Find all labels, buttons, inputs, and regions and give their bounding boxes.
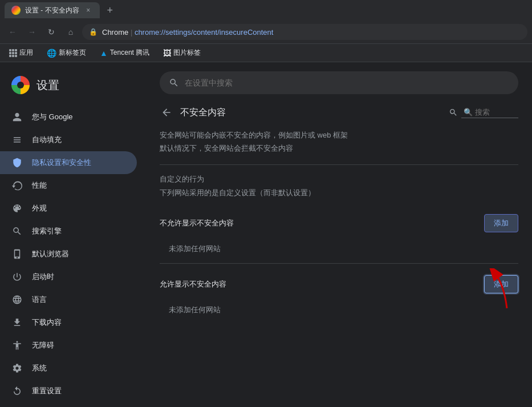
tab-bar: 设置 - 不安全内容 × + bbox=[0, 0, 532, 21]
disallow-add-button[interactable]: 添加 bbox=[484, 214, 518, 232]
description-block: 安全网站可能会内嵌不安全的内容，例如图片或 web 框架 默认情况下，安全网站会… bbox=[160, 128, 518, 155]
bookmark-tencent[interactable]: ▲ Tencent 腾讯 bbox=[95, 46, 154, 60]
custom-behavior-desc: 下列网站采用的是自定义设置（而非默认设置） bbox=[160, 188, 518, 198]
sidebar-item-startup[interactable]: 启动时 bbox=[0, 265, 137, 288]
sidebar-item-autofill[interactable]: 自动填充 bbox=[0, 128, 137, 151]
settings-search-icon bbox=[169, 78, 179, 88]
tab-close-btn[interactable]: × bbox=[84, 6, 93, 15]
settings-container: 设置 您与 Google 自动填充 隐私设置和安全性 性能 bbox=[0, 62, 532, 407]
sidebar-item-language[interactable]: 语言 bbox=[0, 288, 137, 311]
settings-logo: 设置 bbox=[0, 71, 146, 106]
address-bar[interactable]: 🔒 Chrome | chrome://settings/content/ins… bbox=[82, 24, 527, 40]
apps-grid-icon bbox=[9, 49, 17, 57]
allow-empty-text: 未添加任何网站 bbox=[160, 300, 518, 320]
person-icon bbox=[11, 111, 23, 123]
performance-icon bbox=[11, 180, 23, 191]
sidebar-item-reset-label: 重置设置 bbox=[32, 386, 62, 396]
sidebar-item-performance-label: 性能 bbox=[32, 180, 47, 191]
back-nav-btn[interactable]: ← bbox=[5, 24, 21, 40]
default-browser-icon bbox=[11, 248, 23, 260]
bookmark-tencent-icon: ▲ bbox=[100, 49, 108, 58]
language-icon bbox=[11, 294, 23, 305]
bookmarks-bar: 应用 🌐 新标签页 ▲ Tencent 腾讯 🖼 图片标签 bbox=[0, 43, 532, 62]
divider-1 bbox=[160, 164, 518, 165]
settings-search-bar[interactable] bbox=[160, 71, 518, 94]
settings-search-input[interactable] bbox=[185, 78, 509, 87]
system-icon bbox=[11, 362, 23, 374]
back-row: 不安全内容 bbox=[160, 106, 518, 119]
sidebar-item-privacy[interactable]: 隐私设置和安全性 bbox=[0, 151, 137, 174]
sidebar-item-accessibility[interactable]: 无障碍 bbox=[0, 334, 137, 357]
sidebar-item-performance[interactable]: 性能 bbox=[0, 174, 137, 197]
bookmark-images[interactable]: 🖼 图片标签 bbox=[159, 46, 205, 60]
new-tab-btn[interactable]: + bbox=[102, 2, 118, 18]
right-search-icon bbox=[449, 108, 458, 117]
bookmark-images-label: 图片标签 bbox=[173, 48, 201, 58]
sidebar-item-downloads-label: 下载内容 bbox=[32, 317, 62, 328]
disallow-empty-text: 未添加任何网站 bbox=[160, 239, 518, 259]
sidebar-item-appearance[interactable]: 外观 bbox=[0, 197, 137, 220]
bookmark-images-icon: 🖼 bbox=[163, 49, 171, 58]
back-button[interactable] bbox=[160, 106, 173, 119]
description-line2: 默认情况下，安全网站会拦截不安全内容 bbox=[160, 142, 518, 155]
bookmark-tencent-label: Tencent 腾讯 bbox=[110, 48, 149, 58]
address-bar-row: ← → ↻ ⌂ 🔒 Chrome | chrome://settings/con… bbox=[0, 21, 532, 43]
bookmark-apps-label: 应用 bbox=[19, 48, 33, 58]
right-search bbox=[449, 107, 518, 118]
red-arrow-icon bbox=[478, 268, 513, 314]
search-engine-icon bbox=[11, 225, 23, 237]
main-content: 不安全内容 安全网站可能会内嵌不安全的内容，例如图片或 web 框架 默认情况下… bbox=[146, 62, 532, 407]
lock-icon: 🔒 bbox=[89, 28, 98, 36]
disallow-section-row: 不允许显示不安全内容 添加 bbox=[160, 207, 518, 239]
disallow-label: 不允许显示不安全内容 bbox=[160, 218, 234, 228]
startup-icon bbox=[11, 271, 23, 283]
sidebar-item-google[interactable]: 您与 Google bbox=[0, 106, 137, 128]
sidebar-item-system[interactable]: 系统 bbox=[0, 357, 137, 380]
sidebar-item-accessibility-label: 无障碍 bbox=[32, 340, 54, 350]
sidebar-item-search-label: 搜索引擎 bbox=[32, 226, 62, 236]
home-nav-btn[interactable]: ⌂ bbox=[63, 24, 79, 40]
sidebar-item-extensions[interactable]: 扩展程序 ↗ bbox=[0, 402, 137, 407]
sidebar-item-startup-label: 启动时 bbox=[32, 272, 54, 282]
allow-label: 允许显示不安全内容 bbox=[160, 279, 226, 289]
tab-favicon bbox=[11, 6, 21, 15]
right-search-input[interactable] bbox=[461, 107, 518, 118]
sidebar-item-default-browser[interactable]: 默认浏览器 bbox=[0, 243, 137, 265]
page-title: 不安全内容 bbox=[180, 107, 226, 119]
chrome-logo-icon bbox=[11, 76, 30, 94]
tab-title: 设置 - 不安全内容 bbox=[25, 6, 79, 15]
sidebar-item-privacy-label: 隐私设置和安全性 bbox=[32, 158, 91, 168]
download-icon bbox=[11, 317, 23, 328]
sidebar-item-search[interactable]: 搜索引擎 bbox=[0, 220, 137, 243]
autofill-icon bbox=[11, 134, 23, 146]
sidebar-item-system-label: 系统 bbox=[32, 363, 47, 373]
reset-icon bbox=[11, 385, 23, 397]
appearance-icon bbox=[11, 203, 23, 214]
allow-section-row: 允许显示不安全内容 添加 bbox=[160, 268, 518, 300]
sidebar-item-downloads[interactable]: 下载内容 bbox=[0, 311, 137, 334]
description-line1: 安全网站可能会内嵌不安全的内容，例如图片或 web 框架 bbox=[160, 128, 518, 142]
refresh-nav-btn[interactable]: ↻ bbox=[43, 24, 59, 40]
sidebar-item-language-label: 语言 bbox=[32, 295, 47, 305]
sidebar: 设置 您与 Google 自动填充 隐私设置和安全性 性能 bbox=[0, 62, 146, 407]
divider-2 bbox=[160, 263, 518, 264]
custom-behavior-section: 自定义的行为 下列网站采用的是自定义设置（而非默认设置） bbox=[160, 174, 518, 198]
bookmark-newtab-icon: 🌐 bbox=[47, 49, 56, 58]
accessibility-icon bbox=[11, 340, 23, 351]
sidebar-item-appearance-label: 外观 bbox=[32, 203, 47, 213]
custom-behavior-label: 自定义的行为 bbox=[160, 174, 518, 184]
settings-title: 设置 bbox=[36, 78, 59, 93]
bookmark-newtab[interactable]: 🌐 新标签页 bbox=[42, 46, 91, 60]
browser-chrome: 设置 - 不安全内容 × + ← → ↻ ⌂ 🔒 Chrome | chrome… bbox=[0, 0, 532, 62]
sidebar-item-default-browser-label: 默认浏览器 bbox=[32, 249, 69, 259]
active-tab[interactable]: 设置 - 不安全内容 × bbox=[5, 2, 100, 18]
sidebar-item-autofill-label: 自动填充 bbox=[32, 135, 62, 145]
shield-icon bbox=[11, 157, 23, 168]
forward-nav-btn[interactable]: → bbox=[24, 24, 40, 40]
address-brand: Chrome | chrome://settings/content/insec… bbox=[102, 28, 273, 37]
bookmark-newtab-label: 新标签页 bbox=[59, 48, 86, 58]
bookmark-apps[interactable]: 应用 bbox=[5, 46, 38, 60]
sidebar-item-google-label: 您与 Google bbox=[32, 112, 73, 122]
sidebar-item-reset[interactable]: 重置设置 bbox=[0, 380, 137, 402]
